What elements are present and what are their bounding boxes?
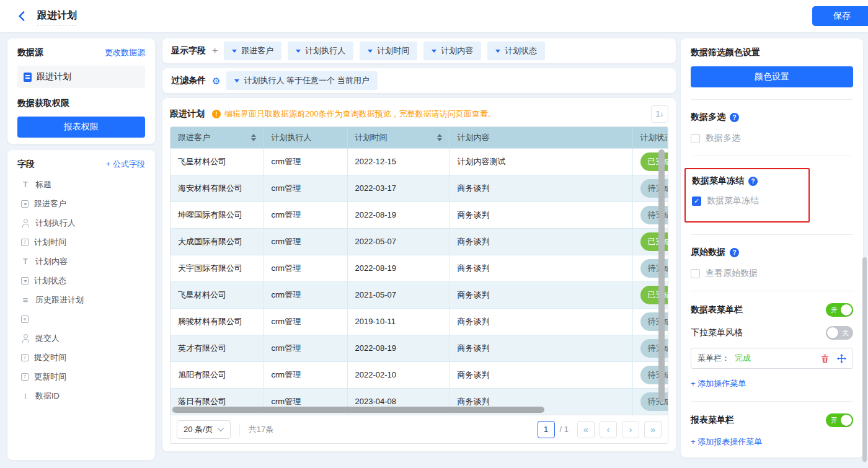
add-formula-field-link[interactable]: + 公式字段 — [106, 159, 145, 170]
add-display-field-button[interactable]: + — [212, 45, 218, 56]
field-label: 提交时间 — [34, 352, 66, 363]
field-list-item[interactable]: 计划内容 — [17, 252, 145, 271]
help-icon[interactable]: ? — [748, 177, 758, 186]
change-datasource-link[interactable]: 更改数据源 — [105, 47, 145, 58]
executor-cell: crm管理 — [264, 201, 347, 228]
field-list-item[interactable]: 计划状态 — [17, 271, 145, 290]
table-row[interactable]: 天宇国际有限公司 crm管理 2022-08-19 商务谈判 待完成 — [170, 255, 668, 281]
window-scrollbar[interactable] — [862, 257, 867, 462]
fields-title: 字段 — [17, 159, 35, 170]
chip-label: 计划时间 — [377, 45, 409, 56]
table-menu-toggle[interactable]: 开 — [826, 303, 853, 317]
multi-select-checkbox-row[interactable]: 数据多选 — [691, 133, 853, 144]
executor-cell: crm管理 — [264, 175, 347, 201]
table-row[interactable]: 坤曜国际有限公司 crm管理 2022-08-19 商务谈判 待完成 — [170, 201, 668, 228]
customer-cell: 旭阳有限公司 — [170, 361, 264, 388]
field-list-item[interactable]: 提交时间 — [17, 348, 145, 367]
back-icon[interactable] — [17, 11, 27, 21]
color-settings-button[interactable]: 颜色设置 — [691, 66, 853, 87]
table-row[interactable]: 飞星材料公司 crm管理 2022-12-15 计划内容测试 已完成 — [170, 148, 668, 175]
customer-cell: 大成国际有限公司 — [170, 228, 264, 255]
menu-freeze-highlight-box: 数据菜单冻结 ? 数据菜单冻结 — [684, 168, 810, 223]
field-label: 计划状态 — [34, 275, 66, 286]
executor-cell: crm管理 — [264, 361, 347, 388]
table-menu-title: 数据表菜单栏 — [691, 304, 743, 316]
display-field-chip[interactable]: 计划状态 — [487, 42, 545, 60]
menu-bar-item[interactable]: 菜单栏： 完成 — [691, 348, 853, 369]
vertical-scrollbar[interactable] — [658, 149, 665, 402]
field-list-item[interactable]: 提交人 — [17, 329, 145, 348]
field-list-item[interactable] — [17, 309, 145, 329]
add-report-action-menu-link[interactable]: + 添加报表操作菜单 — [691, 436, 762, 448]
datasource-item[interactable]: 跟进计划 — [17, 66, 145, 88]
raw-data-checkbox-row[interactable]: 查看原始数据 — [691, 268, 853, 279]
customer-cell: 飞星材料公司 — [170, 148, 264, 175]
plan-date-cell: 2022-12-15 — [347, 148, 450, 175]
field-list-item[interactable]: 数据ID — [17, 386, 145, 405]
select-icon — [21, 200, 29, 208]
raw-data-checkbox[interactable] — [691, 269, 700, 278]
column-header[interactable]: 跟进客户 — [170, 127, 264, 148]
column-header[interactable]: 计划内容 — [450, 127, 632, 148]
move-icon[interactable] — [837, 354, 846, 363]
field-list-item[interactable]: 更新时间 — [17, 367, 145, 386]
customer-cell: 坤曜国际有限公司 — [170, 201, 264, 228]
report-permission-button[interactable]: 报表权限 — [17, 117, 145, 138]
sort-arrows-icon[interactable] — [437, 134, 442, 141]
field-list-item[interactable]: 历史跟进计划 — [17, 290, 145, 309]
next-page-button[interactable]: › — [622, 421, 639, 438]
chevron-down-icon — [234, 79, 239, 82]
first-page-button[interactable]: « — [577, 421, 595, 438]
fields-panel: 字段 + 公式字段 标题 跟进客户 计划执行人 — [7, 150, 155, 460]
select-icon — [21, 277, 29, 285]
save-button[interactable]: 保存 — [812, 6, 868, 26]
chevron-down-icon — [296, 50, 301, 53]
column-header[interactable]: 计划状态 — [632, 127, 668, 148]
add-action-menu-link[interactable]: + 添加操作菜单 — [691, 378, 746, 389]
field-label: 标题 — [35, 179, 51, 190]
permission-title: 数据获取权限 — [17, 98, 145, 109]
sort-order-icon[interactable]: 1↓ — [651, 105, 668, 123]
page-title: 跟进计划 — [37, 9, 77, 25]
page-count-label: / 1 — [560, 425, 569, 434]
field-list-item[interactable]: 计划执行人 — [17, 213, 145, 232]
page-size-select[interactable]: 20 条/页 — [177, 420, 231, 439]
multi-select-checkbox[interactable] — [691, 134, 700, 143]
menu-freeze-checkbox-row[interactable]: 数据菜单冻结 — [692, 195, 802, 206]
display-field-chip[interactable]: 计划执行人 — [288, 42, 353, 60]
menu-freeze-checkbox[interactable] — [692, 196, 701, 206]
help-icon[interactable]: ? — [730, 248, 739, 257]
content-cell: 计划内容测试 — [450, 148, 632, 175]
display-field-chip[interactable]: 跟进客户 — [224, 42, 281, 60]
prev-page-button[interactable]: ‹ — [600, 421, 617, 438]
display-field-chip[interactable]: 计划内容 — [423, 42, 481, 60]
dropdown-style-toggle[interactable]: 关 — [826, 326, 853, 340]
table-row[interactable]: 大成国际有限公司 crm管理 2022-05-07 商务谈判 已完成 — [170, 228, 668, 255]
column-header[interactable]: 计划执行人 — [264, 127, 347, 148]
field-list-item[interactable]: 标题 — [17, 175, 145, 194]
display-field-chip[interactable]: 计划时间 — [360, 42, 417, 60]
plan-date-cell: 2022-08-19 — [347, 335, 450, 361]
gear-icon[interactable]: ⚙ — [212, 76, 220, 86]
table-row[interactable]: 旭阳有限公司 crm管理 2022-02-10 商务谈判 待完成 — [170, 361, 668, 388]
current-page-input[interactable]: 1 — [538, 421, 555, 438]
sort-arrows-icon[interactable] — [251, 134, 256, 141]
data-table: 跟进客户 计划执行人 — [170, 126, 668, 444]
field-list-item[interactable]: 跟进客户 — [17, 194, 145, 213]
table-row[interactable]: 飞星材料公司 crm管理 2021-05-07 商务谈判 已完成 — [170, 281, 668, 308]
horizontal-scrollbar[interactable] — [172, 407, 544, 413]
chevron-down-icon — [495, 50, 500, 53]
settings-sidebar: 数据筛选颜色设置 颜色设置 数据多选 ? 数据多选 数据菜单冻结 ? 数据菜单冻… — [681, 38, 863, 457]
table-row[interactable]: 英才有限公司 crm管理 2022-08-19 商务谈判 待完成 — [170, 335, 668, 361]
left-sidebar: 数据源 更改数据源 跟进计划 数据获取权限 报表权限 字段 + 公式字段 标题 … — [7, 38, 155, 460]
table-row[interactable]: 腾骏材料有限公司 crm管理 2019-10-11 商务谈判 待完成 — [170, 308, 668, 335]
last-page-button[interactable]: » — [644, 421, 662, 438]
delete-icon[interactable] — [820, 354, 830, 363]
report-menu-toggle[interactable]: 开 — [826, 413, 853, 427]
column-header[interactable]: 计划时间 — [347, 127, 450, 148]
content-cell: 商务谈判 — [450, 308, 632, 335]
help-icon[interactable]: ? — [730, 113, 739, 122]
filter-condition-chip[interactable]: 计划执行人 等于任意一个 当前用户 — [226, 71, 377, 90]
table-row[interactable]: 海安材料有限公司 crm管理 2022-03-17 商务谈判 待完成 — [170, 175, 668, 201]
field-list-item[interactable]: 计划时间 — [17, 232, 145, 252]
